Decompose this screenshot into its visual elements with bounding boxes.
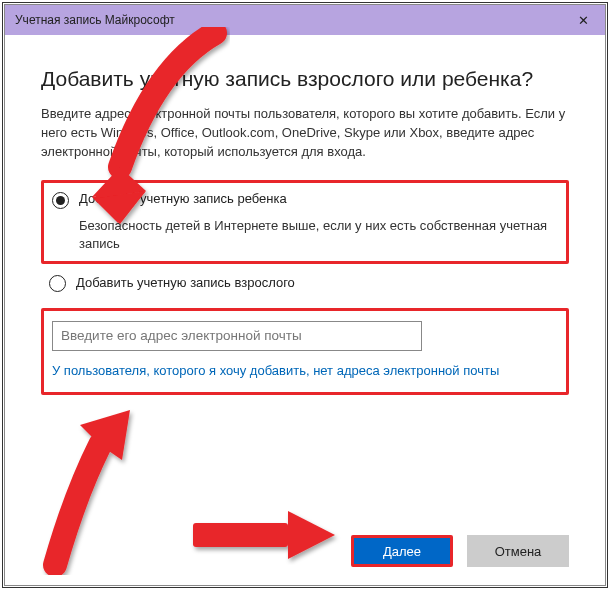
email-placeholder: Введите его адрес электронной почты [61,328,302,343]
page-description: Введите адрес электронной почты пользова… [41,105,569,162]
child-option-highlight: Добавить учетную запись ребенка Безопасн… [41,180,569,264]
radio-dot-icon [56,196,65,205]
email-section-highlight: Введите его адрес электронной почты У по… [41,308,569,395]
email-field[interactable]: Введите его адрес электронной почты [52,321,422,351]
svg-rect-2 [193,523,288,547]
page-title: Добавить учетную запись взрослого или ре… [41,67,569,91]
next-button-label: Далее [383,544,421,559]
content-area: Добавить учетную запись взрослого или ре… [5,35,605,585]
footer: Далее Отмена [351,535,569,567]
next-button[interactable]: Далее [351,535,453,567]
close-icon: ✕ [578,13,589,28]
radio-icon-unselected [49,275,66,292]
radio-icon-selected [52,192,69,209]
radio-adult-label: Добавить учетную запись взрослого [76,275,295,290]
close-button[interactable]: ✕ [561,5,605,35]
radio-child-desc: Безопасность детей в Интернете выше, есл… [79,217,558,253]
window-title: Учетная запись Майкрософт [15,13,175,27]
titlebar: Учетная запись Майкрософт ✕ [5,5,605,35]
cancel-button-label: Отмена [495,544,542,559]
cancel-button[interactable]: Отмена [467,535,569,567]
radio-child-label: Добавить учетную запись ребенка [79,191,287,206]
no-email-link[interactable]: У пользователя, которого я хочу добавить… [52,363,558,378]
dialog-window: Учетная запись Майкрософт ✕ Добавить уче… [4,4,606,586]
radio-adult[interactable]: Добавить учетную запись взрослого [49,274,569,292]
radio-child[interactable]: Добавить учетную запись ребенка [52,191,558,209]
arrow-icon [185,505,345,565]
arrow-icon [25,405,155,575]
